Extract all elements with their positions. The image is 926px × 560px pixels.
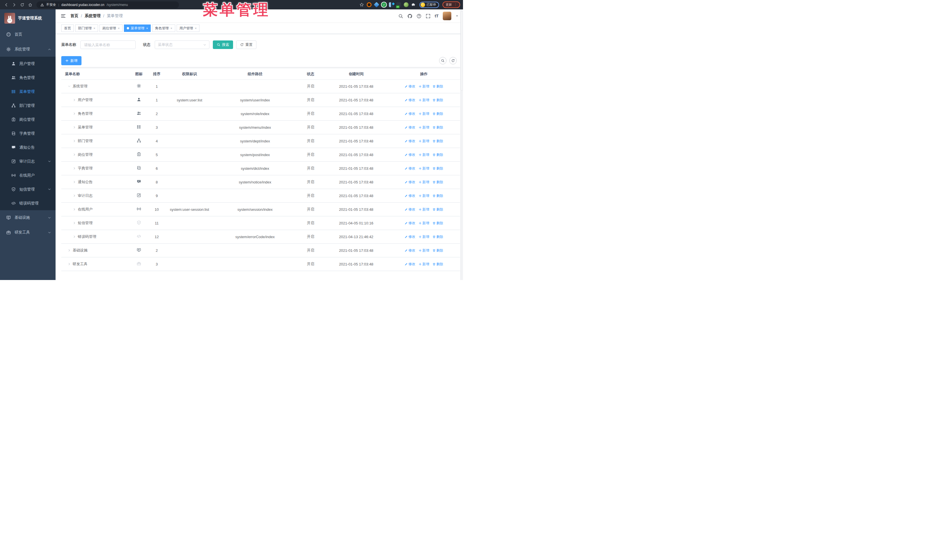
paused-badge[interactable]: 已暂停 [419, 2, 439, 8]
table-row[interactable]: 菜单管理3system/menu/index开启2021-01-05 17:03… [61, 121, 460, 134]
table-row[interactable]: 部门管理4system/dept/index开启2021-01-05 17:03… [61, 134, 460, 148]
hamburger-icon[interactable] [61, 14, 66, 18]
close-icon[interactable]: × [195, 27, 197, 30]
browser-reload-icon[interactable] [19, 2, 26, 8]
delete-action[interactable]: 删除 [433, 234, 443, 239]
kebab-menu-icon[interactable]: ⋮ [454, 3, 457, 6]
help-icon[interactable] [416, 14, 421, 18]
add-action[interactable]: 新增 [419, 139, 430, 143]
expand-arrow-icon[interactable] [73, 126, 76, 129]
sidebar-item-active[interactable]: 菜单管理 [0, 85, 56, 98]
status-select[interactable]: 菜单状态 [155, 41, 209, 49]
sidebar-item[interactable]: 岗位管理 [0, 113, 56, 127]
menu-name-input[interactable] [80, 41, 136, 49]
extension-on-badge-icon[interactable] [396, 2, 401, 7]
delete-action[interactable]: 删除 [433, 125, 443, 130]
expand-arrow-icon[interactable] [73, 112, 76, 115]
add-action[interactable]: 新增 [419, 193, 430, 198]
add-action[interactable]: 新增 [419, 221, 430, 226]
security-label[interactable]: 不安全 [46, 3, 56, 7]
delete-action[interactable]: 删除 [433, 221, 443, 226]
table-row[interactable]: 错误码管理12system/errorCode/index开启2021-04-1… [61, 230, 460, 244]
add-action[interactable]: 新增 [419, 125, 430, 130]
table-row[interactable]: 基础设施2开启2021-01-05 17:03:48修改新增删除 [61, 244, 460, 258]
user-avatar[interactable] [443, 12, 451, 20]
close-icon[interactable]: × [170, 27, 172, 30]
sidebar-item[interactable]: 错误码管理 [0, 196, 56, 210]
close-icon[interactable]: × [94, 27, 95, 30]
edit-action[interactable]: 修改 [405, 166, 415, 171]
page-scrollbar[interactable] [460, 9, 463, 280]
add-action[interactable]: 新增 [419, 262, 430, 267]
edit-action[interactable]: 修改 [405, 98, 415, 103]
edit-action[interactable]: 修改 [405, 193, 415, 198]
add-action[interactable]: 新增 [419, 234, 430, 239]
edit-action[interactable]: 修改 [405, 262, 415, 267]
sidebar-item[interactable]: 短信管理 [0, 182, 56, 196]
github-icon[interactable] [407, 14, 412, 18]
edit-action[interactable]: 修改 [405, 207, 415, 212]
expand-arrow-icon[interactable] [73, 222, 76, 225]
chevron-down-icon[interactable] [455, 15, 458, 17]
refresh-table-button[interactable] [449, 57, 457, 64]
sidebar-item[interactable]: 字典管理 [0, 127, 56, 140]
sidebar-item[interactable]: 系统管理 [0, 42, 56, 57]
sidebar-item[interactable]: 用户管理 [0, 57, 56, 71]
table-row[interactable]: 系统管理1开启2021-01-05 17:03:48修改新增删除 [61, 80, 460, 94]
update-button[interactable]: 更新 ⋮ [442, 2, 460, 8]
expand-arrow-icon[interactable] [68, 263, 71, 266]
sidebar-item[interactable]: 审计日志 [0, 154, 56, 168]
fullscreen-icon[interactable] [426, 14, 431, 18]
edit-action[interactable]: 修改 [405, 139, 415, 143]
add-action[interactable]: 新增 [419, 207, 430, 212]
close-icon[interactable]: × [118, 27, 120, 30]
sidebar-item[interactable]: 基础设施 [0, 210, 56, 225]
expand-arrow-icon[interactable] [68, 249, 71, 252]
extension-orange-icon[interactable] [367, 2, 372, 7]
table-row[interactable]: 用户管理1system:user:listsystem/user/index开启… [61, 94, 460, 107]
extension-monkey-icon[interactable] [404, 2, 409, 7]
expand-arrow-icon[interactable] [73, 194, 76, 197]
tab[interactable]: 用户管理× [177, 24, 200, 32]
sidebar-item[interactable]: 在线用户 [0, 168, 56, 182]
text-size-icon[interactable]: tT [435, 14, 439, 18]
extension-columns-icon[interactable] [389, 2, 394, 7]
sidebar-logo[interactable]: 芋道管理系统 [0, 9, 56, 27]
table-row[interactable]: 审计日志9开启2021-01-05 17:03:48修改新增删除 [61, 189, 460, 203]
extension-check-icon[interactable] [381, 2, 386, 7]
browser-forward-icon[interactable] [11, 2, 18, 8]
extension-gem-icon[interactable] [374, 2, 379, 8]
edit-action[interactable]: 修改 [405, 112, 415, 116]
table-row[interactable]: 字典管理6system/dict/index开启2021-01-05 17:03… [61, 162, 460, 175]
table-row[interactable]: 短信管理11开启2021-04-05 01:10:16修改新增删除 [61, 216, 460, 230]
address-bar[interactable]: 不安全 | dashboard.yudao.iocoder.cn/system/… [36, 2, 179, 8]
add-action[interactable]: 新增 [419, 166, 430, 171]
tab[interactable]: 部门管理× [75, 24, 98, 32]
delete-action[interactable]: 删除 [433, 112, 443, 116]
sidebar-item[interactable]: 通知公告 [0, 140, 56, 154]
edit-action[interactable]: 修改 [405, 125, 415, 130]
delete-action[interactable]: 删除 [433, 207, 443, 212]
browser-back-icon[interactable] [3, 2, 10, 8]
sidebar-item[interactable]: 首页 [0, 27, 56, 42]
expand-arrow-icon[interactable] [73, 235, 76, 238]
collapse-arrow-icon[interactable] [68, 85, 71, 88]
expand-arrow-icon[interactable] [73, 208, 76, 211]
search-icon[interactable] [398, 14, 403, 18]
close-icon[interactable]: × [146, 27, 148, 30]
tab-active[interactable]: 菜单管理× [124, 24, 151, 32]
extensions-puzzle-icon[interactable] [411, 2, 416, 7]
table-row[interactable]: 研发工具3开启2021-01-05 17:03:48修改新增删除 [61, 258, 460, 271]
breadcrumb-item[interactable]: 首页 [70, 14, 78, 18]
scrollbar-thumb[interactable] [461, 11, 463, 91]
expand-arrow-icon[interactable] [73, 98, 76, 101]
sidebar-item[interactable]: 研发工具 [0, 225, 56, 240]
edit-action[interactable]: 修改 [405, 84, 415, 89]
delete-action[interactable]: 删除 [433, 248, 443, 253]
table-row[interactable]: 岗位管理5system/post/index开启2021-01-05 17:03… [61, 148, 460, 162]
table-row[interactable]: 在线用户10system:user-session:listsystem/ses… [61, 203, 460, 216]
tab[interactable]: 首页 [61, 24, 74, 32]
expand-arrow-icon[interactable] [73, 140, 76, 142]
sidebar-item[interactable]: 部门管理 [0, 98, 56, 113]
edit-action[interactable]: 修改 [405, 221, 415, 226]
